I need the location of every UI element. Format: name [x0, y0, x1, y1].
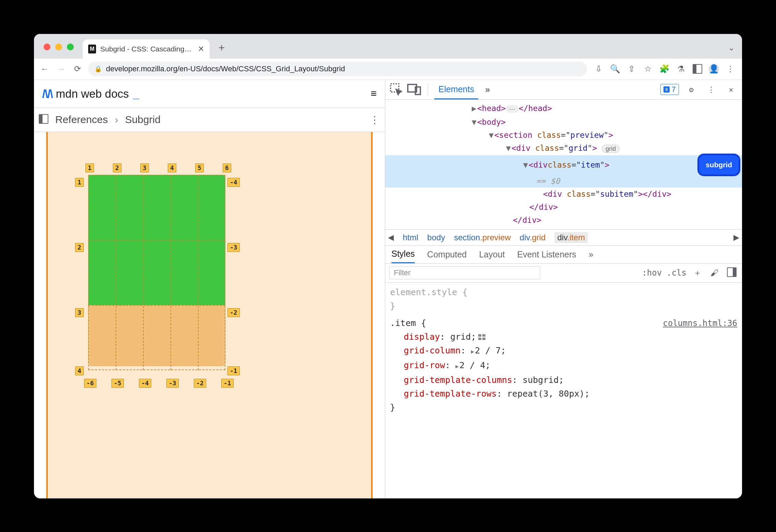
computed-styles-icon[interactable]: 🖌 — [708, 268, 721, 278]
devtools-menu-icon[interactable]: ⋮ — [704, 85, 719, 94]
sidebar-toggle-icon[interactable] — [39, 114, 48, 125]
address-bar[interactable]: 🔒 developer.mozilla.org/en-US/docs/Web/C… — [88, 61, 587, 76]
install-icon[interactable]: ⇩ — [592, 63, 605, 75]
scroll-left-icon[interactable]: ◀ — [388, 233, 394, 242]
content-area: /\/\ mdn web docs _ ≡ References › Subgr… — [34, 80, 742, 498]
grid-outline — [88, 175, 225, 370]
forward-button[interactable]: → — [55, 63, 67, 75]
grid-badge[interactable]: grid — [602, 145, 620, 153]
grid-line — [171, 175, 171, 370]
close-devtools-icon[interactable]: ✕ — [724, 85, 739, 94]
source-link[interactable]: columns.html:36 — [663, 316, 737, 330]
tab-computed[interactable]: Computed — [427, 246, 467, 263]
grid-line — [116, 175, 116, 370]
breadcrumb-subgrid[interactable]: Subgrid — [125, 114, 160, 125]
extensions-icon[interactable]: 🧩 — [658, 63, 671, 75]
mdn-page: /\/\ mdn web docs _ ≡ References › Subgr… — [34, 80, 385, 498]
grid-preview: 1 2 3 4 5 6 1 2 3 4 -4 -3 -2 -1 — [46, 132, 373, 498]
sidepanel-icon[interactable] — [691, 63, 704, 75]
minimize-window-button[interactable] — [55, 44, 62, 50]
issues-icon — [663, 86, 670, 93]
ellipsis-icon: ⋯ — [506, 105, 519, 113]
row-label: 2 — [75, 243, 84, 252]
bc-div-item[interactable]: div.item — [554, 232, 588, 243]
tab-styles[interactable]: Styles — [391, 246, 415, 263]
dom-tree[interactable]: ▶<head>⋯</head> ▼<body> ▼<section class=… — [385, 100, 742, 229]
mdn-brand-text: mdn web docs — [56, 87, 129, 100]
settings-gear-icon[interactable]: ⚙ — [684, 85, 699, 94]
new-style-rule-icon[interactable]: ＋ — [691, 267, 704, 278]
styles-pane[interactable]: element.style { } .item { columns.html:3… — [385, 283, 742, 498]
col-label: 4 — [168, 164, 176, 172]
tab-overflow-button[interactable]: ⌄ — [728, 44, 734, 52]
col-label: 1 — [85, 164, 94, 172]
window-controls — [44, 44, 74, 50]
col-label-neg: -4 — [139, 379, 151, 388]
browser-tab[interactable]: M Subgrid - CSS: Cascading Style ✕ — [83, 39, 210, 59]
col-label: 2 — [113, 164, 121, 172]
bc-body[interactable]: body — [427, 233, 445, 242]
labs-icon[interactable]: ⚗ — [674, 63, 688, 75]
styles-subtabs: Styles Computed Layout Event Listeners » — [385, 246, 742, 264]
share-icon[interactable]: ⇪ — [625, 63, 638, 75]
article-actions-icon[interactable]: ⋮ — [370, 114, 380, 125]
close-window-button[interactable] — [44, 44, 50, 50]
bookmark-icon[interactable]: ☆ — [641, 63, 655, 75]
hov-toggle[interactable]: :hov — [642, 268, 662, 278]
tab-strip: M Subgrid - CSS: Cascading Style ✕ ＋ ⌄ — [34, 34, 742, 59]
back-button[interactable]: ← — [39, 63, 50, 75]
new-tab-button[interactable]: ＋ — [216, 40, 227, 55]
mdn-cursor: _ — [133, 87, 139, 100]
col-label: 5 — [195, 164, 204, 172]
bc-section[interactable]: section.preview — [454, 233, 510, 242]
mdn-logo[interactable]: /\/\ mdn web docs _ — [42, 87, 139, 100]
browser-menu-icon[interactable]: ⋮ — [724, 63, 737, 75]
profile-avatar[interactable]: 👤 — [707, 63, 721, 75]
toolbar-actions: ⇩ 🔍 ⇪ ☆ 🧩 ⚗ 👤 ⋮ — [592, 63, 737, 75]
lock-icon: 🔒 — [94, 65, 102, 73]
bc-html[interactable]: html — [403, 233, 418, 242]
devtools: Elements » 7 ⚙ ⋮ ✕ ▶<head>⋯< — [385, 80, 742, 498]
breadcrumb-bar: References › Subgrid ⋮ — [34, 108, 385, 132]
issues-badge[interactable]: 7 — [660, 84, 679, 95]
device-toolbar-icon[interactable] — [407, 82, 422, 97]
tab-overflow-icon[interactable]: » — [481, 80, 494, 99]
row-label-neg: -1 — [227, 366, 240, 375]
col-label-neg: -5 — [111, 379, 124, 388]
inspect-element-icon[interactable] — [389, 82, 404, 97]
col-label-neg: -2 — [194, 379, 206, 388]
url-text: developer.mozilla.org/en-US/docs/Web/CSS… — [106, 64, 345, 73]
row-label-neg: -4 — [227, 178, 240, 187]
tab-layout[interactable]: Layout — [479, 246, 505, 263]
grid-editor-icon[interactable] — [478, 334, 486, 340]
col-label-neg: -6 — [84, 379, 96, 388]
mdn-logo-mark: /\/\ — [42, 87, 52, 100]
tab-event-listeners[interactable]: Event Listeners — [517, 246, 576, 263]
styles-filter-row: Filter :hov .cls ＋ 🖌 — [385, 264, 742, 283]
item-rule-selector: .item { — [390, 316, 426, 330]
col-label-neg: -1 — [221, 379, 234, 388]
col-label: 3 — [140, 164, 149, 172]
hamburger-menu-icon[interactable]: ≡ — [371, 88, 377, 99]
close-tab-icon[interactable]: ✕ — [198, 45, 204, 53]
grid-line — [88, 240, 225, 241]
scroll-right-icon[interactable]: ▶ — [733, 233, 739, 242]
col-label: 6 — [223, 164, 231, 172]
cls-toggle[interactable]: .cls — [667, 268, 686, 278]
subgrid-badge[interactable]: subgrid — [699, 155, 739, 174]
breadcrumb-separator: › — [115, 114, 118, 125]
dom-breadcrumb[interactable]: ◀ html body section.preview div.grid div… — [385, 229, 742, 246]
tab-more-icon[interactable]: » — [589, 246, 593, 263]
styles-filter-input[interactable]: Filter — [389, 266, 540, 279]
breadcrumb-references[interactable]: References — [55, 114, 108, 125]
reload-button[interactable]: ⟳ — [72, 63, 83, 75]
bc-div-grid[interactable]: div.grid — [520, 233, 546, 242]
eq-zero: == $0 — [536, 177, 560, 185]
tab-elements[interactable]: Elements — [434, 80, 478, 99]
toggle-sidebar-icon[interactable] — [726, 267, 738, 278]
zoom-icon[interactable]: 🔍 — [608, 63, 622, 75]
mdn-header: /\/\ mdn web docs _ ≡ — [34, 80, 385, 108]
toolbar: ← → ⟳ 🔒 developer.mozilla.org/en-US/docs… — [34, 59, 742, 80]
row-label: 4 — [75, 366, 84, 375]
maximize-window-button[interactable] — [67, 44, 74, 50]
